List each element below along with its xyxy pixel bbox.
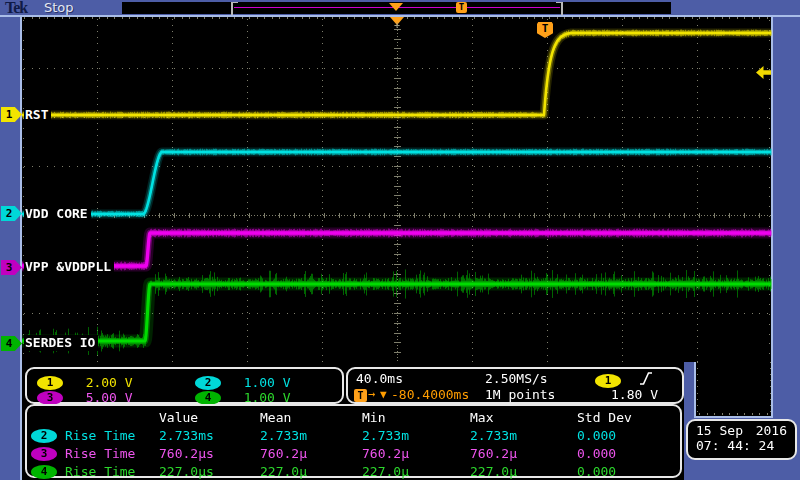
screen-border-inner-bottom <box>694 416 773 418</box>
trigger-flag-badge-icon: T <box>354 387 367 402</box>
meas-row-ch3-min: 760.2µ <box>362 446 470 461</box>
meas-row-ch2-value: 2.733ms <box>159 428 260 443</box>
meas-row-ch2-mean: 2.733m <box>260 428 362 443</box>
trigger-source-badge: 1 <box>595 372 621 388</box>
meas-row-ch3-badge: 3 <box>31 445 65 461</box>
waveform-label-serdes-io: SERDES IO <box>24 335 98 351</box>
waveform-label-vdd-core: VDD CORE <box>24 206 91 222</box>
record-length-readout: 1M points <box>485 387 555 402</box>
col-header-min: Min <box>362 410 470 425</box>
meas-row-ch3-name: Rise Time <box>65 446 159 461</box>
graticule-extension <box>696 362 771 416</box>
meas-row-ch4-badge: 4 <box>31 463 65 479</box>
meas-row-ch4-min: 227.0µ <box>362 464 470 479</box>
channel-4-scale: 1.00 V <box>244 390 291 405</box>
down-marker-icon: ▼ <box>380 388 387 401</box>
channel-4-badge: 4 <box>195 391 221 405</box>
arrow-right-icon: → <box>368 387 375 401</box>
meas-row-ch2-badge: 2 <box>31 427 65 443</box>
graticule-area <box>22 17 771 362</box>
record-window-bracket-right <box>556 2 563 16</box>
col-header-mean: Mean <box>260 410 362 425</box>
acquisition-status: Stop <box>44 0 74 15</box>
sample-rate-readout: 2.50MS/s <box>485 371 548 386</box>
time-label: 07: 44: 24 <box>696 438 774 453</box>
channel-1-reference-marker: 1 <box>1 107 22 122</box>
col-header-value: Value <box>159 410 260 425</box>
col-header-max: Max <box>470 410 577 425</box>
col-header-stddev: Std Dev <box>577 410 678 425</box>
year-label: 2016 <box>756 423 787 438</box>
measurement-table: Value Mean Min Max Std Dev 2 Rise Time 2… <box>25 404 682 478</box>
record-window-bracket-left <box>231 2 238 16</box>
meas-row-ch4-std: 0.000 <box>577 464 678 479</box>
waveform-label-vpp-vddpll: VPP &VDDPLL <box>24 259 114 275</box>
datetime-box: 15 Sep 2016 07: 44: 24 <box>686 419 797 460</box>
meas-row-ch2-name: Rise Time <box>65 428 159 443</box>
meas-row-ch2-max: 2.733m <box>470 428 577 443</box>
meas-row-ch3-mean: 760.2µ <box>260 446 362 461</box>
meas-row-ch4-name: Rise Time <box>65 464 159 479</box>
channel-2-reference-marker: 2 <box>1 206 22 221</box>
channel-3-scale: 5.00 V <box>86 390 133 405</box>
waveform-label-rst: RST <box>24 107 51 123</box>
record-view-bar: T <box>122 2 671 14</box>
record-trigger-flag-icon: T <box>456 2 467 13</box>
meas-row-ch2-std: 0.000 <box>577 428 678 443</box>
channel-scale-readouts[interactable]: 1 2.00 V 2 1.00 V 3 5.00 V 4 1.00 V <box>25 367 344 404</box>
screen-border-right <box>771 17 773 418</box>
record-expansion-marker-icon <box>389 3 403 11</box>
meas-row-ch4-value: 227.0µs <box>159 464 260 479</box>
meas-row-ch3-value: 760.2µs <box>159 446 260 461</box>
channel-4-reference-marker: 4 <box>1 336 22 351</box>
trigger-point-cross-icon: + <box>394 21 400 31</box>
meas-row-ch3-max: 760.2µ <box>470 446 577 461</box>
meas-row-ch4-max: 227.0µ <box>470 464 577 479</box>
oscilloscope-screen: Tek Stop T + T 1 2 3 4 RST VDD CORE VPP … <box>0 0 800 480</box>
trigger-level-readout: 1.80 V <box>611 387 658 402</box>
trigger-position-readout: -80.4000ms <box>391 387 469 402</box>
channel-3-badge: 3 <box>37 391 63 405</box>
horizontal-trigger-readouts[interactable]: 40.0ms 2.50MS/s 1 T → ▼ -80.4000ms 1M po… <box>346 367 684 404</box>
channel-3-reference-marker: 3 <box>1 260 22 275</box>
meas-row-ch4-mean: 227.0µ <box>260 464 362 479</box>
meas-row-ch3-std: 0.000 <box>577 446 678 461</box>
timebase-readout: 40.0ms <box>356 371 403 386</box>
meas-row-ch2-min: 2.733m <box>362 428 470 443</box>
date-label: 15 Sep <box>696 423 743 438</box>
